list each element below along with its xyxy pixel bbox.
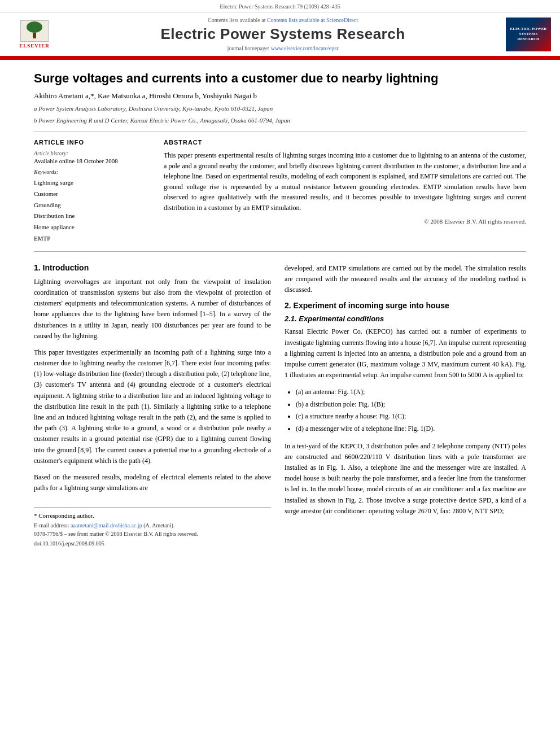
section2-heading: 2. Experiment of incoming surge into hou… [285,301,526,310]
list-item-a: (a) an antenna: Fig. 1(A); [296,386,526,399]
header-center: Contents lists available at Contents lis… [60,17,506,51]
homepage-url[interactable]: www.elsevier.com/locate/epsr [271,45,339,51]
affiliation-b: b Power Engineering R and D Center, Kans… [34,116,526,125]
section1-continued: developed, and EMTP simulations are carr… [285,263,526,296]
divider-1 [34,132,526,132]
keyword-3: Grounding [34,200,147,211]
list-item-c: (c) a structure nearby a house: Fig. 1(C… [296,410,526,423]
svg-rect-2 [33,33,36,38]
divider-2 [34,251,526,252]
list-item-b: (b) a distribution pole: Fig. 1(B); [296,399,526,411]
page-content: Surge voltages and currents into a custo… [0,60,560,558]
info-abstract-section: ARTICLE INFO Article history: Available … [34,139,526,244]
elsevier-label: ELSEVIER [19,43,50,49]
abstract-section: ABSTRACT This paper presents experimenta… [164,139,526,244]
sciencedirect-line: Contents lists available at Contents lis… [60,17,506,23]
email-link[interactable]: aaametani@mail.doshisha.ac.jp [71,522,142,528]
footnote-star: * Corresponding author. [34,512,271,519]
journal-thumbnail: ELECTRIC POWER SYSTEMS RESEARCH [506,18,551,51]
sciencedirect-link[interactable]: Contents lists available at ScienceDirec… [267,17,358,23]
section1-para2: This paper investigates experimentally a… [34,347,271,466]
keyword-4: Distribution line [34,211,147,222]
issn-line: 0378-7796/$ – see front matter © 2008 El… [34,530,271,538]
section2-para2: In a test-yard of the KEPCO, 3 distribut… [285,441,526,517]
section1-heading: 1. Introduction [34,263,271,272]
journal-citation: Electric Power Systems Research 79 (2009… [0,0,560,12]
section2-para1: Kansai Electric Power Co. (KEPCO) has ca… [285,326,526,381]
col-left: 1. Introduction Lightning overvoltages a… [34,263,271,547]
section1-para1: Lightning overvoltages are important not… [34,277,271,342]
article-info: ARTICLE INFO Article history: Available … [34,139,147,244]
list-item-d: (d) a messenger wire of a telephone line… [296,423,526,435]
journal-homepage: journal homepage: www.elsevier.com/locat… [60,45,506,51]
journal-title: Electric Power Systems Research [60,25,506,43]
keyword-2: Customer [34,189,147,200]
history-label: Article history: [34,150,147,156]
col-right: developed, and EMTP simulations are carr… [285,263,526,547]
affiliation-a: a Power System Analysis Laboratory, Dosh… [34,104,526,113]
elsevier-logo: ELSEVIER [9,18,60,51]
doi-line: doi:10.1016/j.epsr.2008.09.005 [34,540,271,547]
section2-subheading: 2.1. Experimental conditions [285,314,526,323]
article-info-heading: ARTICLE INFO [34,139,147,146]
body-content: 1. Introduction Lightning overvoltages a… [34,263,526,547]
footnote-email: E-mail address: aaametani@mail.doshisha.… [34,521,271,530]
svg-point-1 [27,21,42,33]
keywords-list: Lightning surge Customer Grounding Distr… [34,177,147,244]
journal-banner: ELSEVIER Contents lists available at Con… [0,12,560,58]
keywords-label: Keywords: [34,169,147,175]
section2-list: (a) an antenna: Fig. 1(A); (b) a distrib… [296,386,526,435]
available-online: Available online 18 October 2008 [34,158,147,164]
keyword-1: Lightning surge [34,177,147,189]
keyword-5: Home appliance [34,222,147,233]
authors: Akihiro Ametani a,*, Kae Matsuoka a, Hir… [34,91,526,101]
section1-para3: Based on the measured results, modeling … [34,472,271,493]
footnote-section: * Corresponding author. E-mail address: … [34,507,271,547]
article-title: Surge voltages and currents into a custo… [34,71,526,86]
abstract-heading: ABSTRACT [164,139,526,146]
keyword-6: EMTP [34,233,147,244]
abstract-text: This paper presents experimental results… [164,150,526,213]
copyright: © 2008 Elsevier B.V. All rights reserved… [164,218,526,225]
